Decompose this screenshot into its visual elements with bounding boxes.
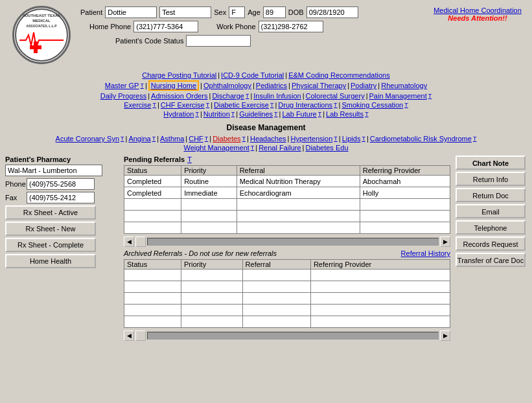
colorectal-surgery-link[interactable]: Colorectal Surgery: [306, 92, 365, 100]
diabetic-exercise-link[interactable]: Diabetic Exercise: [214, 101, 269, 109]
em-coding-link[interactable]: E&M Coding Recommendations: [288, 71, 390, 79]
guidelines-link[interactable]: Guidelines: [239, 110, 273, 118]
acute-coronary-link[interactable]: Acute Coronary Syn: [56, 135, 119, 143]
pharmacy-input[interactable]: [5, 165, 102, 176]
lab-future-link[interactable]: Lab Future: [282, 110, 316, 118]
referral-history-link[interactable]: Referral History: [401, 249, 450, 257]
lab-results-link[interactable]: Lab Results: [326, 110, 364, 118]
chf-exercise-link[interactable]: CHF Exercise: [161, 101, 205, 109]
referral-cell: Medical Nutrition Therapy: [237, 176, 360, 187]
status-cell: Completed: [124, 176, 181, 187]
sex-label: Sex: [214, 8, 226, 16]
home-health-button[interactable]: Home Health: [5, 254, 96, 268]
arch-col-priority: Priority: [181, 260, 242, 270]
hypertension-link[interactable]: Hypertension: [290, 135, 332, 143]
pediatrics-link[interactable]: Pediatrics: [256, 82, 287, 89]
physical-therapy-link[interactable]: Physical Therapy: [292, 82, 346, 89]
transfer-care-button[interactable]: Transfer of Care Doc: [456, 253, 526, 267]
patient-row-1: Patient Sex Age DOB: [80, 6, 426, 18]
patient-info: Patient Sex Age DOB Home Phone Work Phon…: [80, 3, 426, 49]
fax-row: Fax: [5, 192, 119, 203]
rx-active-button[interactable]: Rx Sheet - Active: [5, 205, 96, 220]
arch-scroll-left-button[interactable]: ◀: [124, 330, 134, 341]
dob-input[interactable]: [306, 6, 358, 18]
diabetes-link[interactable]: Diabetes: [213, 135, 240, 143]
nav-wrapper: Charge Posting Tutorial | ICD-9 Code Tut…: [3, 70, 529, 121]
provider-cell: Holly: [360, 187, 450, 199]
archived-scroll-row: ◀ ▶: [124, 330, 450, 341]
age-input[interactable]: [263, 6, 286, 18]
pending-t-link[interactable]: T: [187, 155, 192, 163]
home-phone-input[interactable]: [133, 21, 198, 32]
ophthalmology-link[interactable]: Ophthalmology: [203, 82, 251, 89]
lipids-link[interactable]: Lipids: [342, 135, 361, 143]
insulin-infusion-link[interactable]: Insulin Infusion: [253, 92, 301, 100]
admission-orders-link[interactable]: Admission Orders: [151, 92, 207, 100]
return-info-button[interactable]: Return Info: [456, 172, 526, 186]
code-status-label: Patient's Code Status: [115, 37, 183, 45]
exercise-link[interactable]: Exercise: [124, 101, 151, 109]
first-name-input[interactable]: [105, 6, 157, 18]
telephone-button[interactable]: Telephone: [456, 220, 526, 235]
phone-input[interactable]: [27, 178, 95, 190]
asthma-link[interactable]: Asthma: [160, 135, 184, 143]
scroll-left-button[interactable]: ◀: [124, 236, 134, 247]
fax-input[interactable]: [27, 192, 95, 203]
nav-row-2: Charge Posting Tutorial | ICD-9 Code Tut…: [3, 71, 529, 79]
daily-progress-link[interactable]: Daily Progress: [100, 92, 147, 100]
medical-home-link[interactable]: Medical Home Coordination: [434, 6, 522, 14]
home-phone-label: Home Phone: [89, 23, 131, 30]
records-request-button[interactable]: Records Request: [456, 236, 526, 251]
discharge-link[interactable]: Discharge: [212, 92, 244, 100]
icd9-code-link[interactable]: ICD-9 Code Tutorial: [221, 71, 284, 79]
table-row: [124, 293, 450, 305]
logo-area: SOUTHEAST TEXAS MEDICAL ASSOCIATES, L.L.…: [3, 3, 80, 67]
work-phone-input[interactable]: [259, 21, 323, 32]
last-name-input[interactable]: [159, 6, 211, 18]
drug-interactions-link[interactable]: Drug Interactions: [278, 101, 332, 109]
pain-management-link[interactable]: Pain Management: [369, 92, 426, 100]
nav-row-4: Daily Progress | Admission Orders | Disc…: [3, 92, 529, 100]
chf-link[interactable]: CHF: [189, 135, 203, 143]
archived-header: Archived Referrals - Do not use for new …: [124, 249, 450, 257]
nursing-home-link[interactable]: Nursing Home: [151, 82, 196, 89]
arch-scroll-track[interactable]: [147, 332, 439, 340]
charge-posting-link[interactable]: Charge Posting Tutorial: [142, 71, 216, 79]
provider-cell: Abochamah: [360, 176, 450, 187]
return-doc-button[interactable]: Return Doc: [456, 188, 526, 202]
weight-management-link[interactable]: Weight Management: [184, 144, 249, 152]
angina-link[interactable]: Angina: [128, 135, 150, 143]
svg-text:MEDICAL: MEDICAL: [32, 19, 51, 23]
master-gp-link[interactable]: Master GP: [105, 82, 139, 89]
scroll-right-button[interactable]: ▶: [440, 236, 450, 247]
code-status-input[interactable]: [186, 35, 251, 47]
podiatry-link[interactable]: Podiatry: [351, 82, 376, 89]
referral-cell: Echocardiogram: [237, 187, 360, 199]
arch-col-status: Status: [124, 260, 181, 270]
headaches-link[interactable]: Headaches: [250, 135, 286, 143]
col-status: Status: [124, 166, 181, 176]
sex-input[interactable]: [229, 6, 245, 18]
arch-scroll-inner-button[interactable]: [135, 330, 146, 341]
renal-failure-link[interactable]: Renal Failure: [259, 144, 301, 152]
scroll-right-inner-button[interactable]: [135, 236, 146, 247]
scroll-track[interactable]: [147, 238, 439, 246]
hydration-link[interactable]: Hydration: [163, 110, 194, 118]
cardiometabolic-link[interactable]: Cardiometabolic Risk Syndrome: [370, 135, 472, 143]
nav-row-3: Master GP T | Nursing Home | Ophthalmolo…: [3, 80, 529, 91]
rx-complete-button[interactable]: Rx Sheet - Complete: [5, 238, 96, 252]
rx-new-button[interactable]: Rx Sheet - New: [5, 222, 96, 236]
rheumatology-link[interactable]: Rheumatology: [381, 82, 427, 89]
patient-label: Patient: [80, 8, 102, 16]
logo: SOUTHEAST TEXAS MEDICAL ASSOCIATES, L.L.…: [12, 6, 71, 64]
arch-col-provider: Referring Provider: [310, 260, 450, 270]
nutrition-link[interactable]: Nutrition: [203, 110, 230, 118]
arch-scroll-right-button[interactable]: ▶: [440, 330, 450, 341]
smoking-cessation-link[interactable]: Smoking Cessation: [341, 101, 403, 109]
diabetes-edu-link[interactable]: Diabetes Edu: [305, 144, 348, 152]
dob-label: DOB: [288, 8, 304, 16]
col-referral: Referral: [237, 166, 360, 176]
email-button[interactable]: Email: [456, 204, 526, 218]
age-label: Age: [248, 8, 260, 16]
chart-note-button[interactable]: Chart Note: [456, 155, 526, 170]
